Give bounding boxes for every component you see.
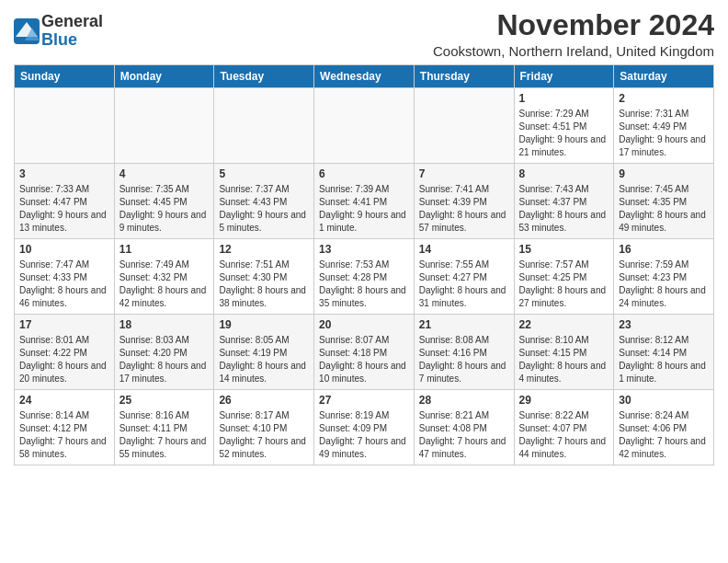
calendar-cell: 30Sunrise: 8:24 AM Sunset: 4:06 PM Dayli… (614, 390, 714, 465)
calendar-cell: 3Sunrise: 7:33 AM Sunset: 4:47 PM Daylig… (15, 164, 115, 239)
calendar-cell: 12Sunrise: 7:51 AM Sunset: 4:30 PM Dayli… (214, 239, 314, 315)
day-number: 11 (119, 243, 210, 256)
calendar-cell: 2Sunrise: 7:31 AM Sunset: 4:49 PM Daylig… (614, 88, 714, 164)
calendar-week-3: 17Sunrise: 8:01 AM Sunset: 4:22 PM Dayli… (15, 315, 714, 390)
day-number: 20 (319, 318, 409, 331)
day-number: 10 (19, 243, 109, 256)
day-info: Sunrise: 8:14 AM Sunset: 4:12 PM Dayligh… (19, 409, 109, 461)
day-number: 22 (519, 318, 609, 331)
day-info: Sunrise: 8:10 AM Sunset: 4:15 PM Dayligh… (519, 334, 609, 385)
day-info: Sunrise: 7:39 AM Sunset: 4:41 PM Dayligh… (319, 183, 409, 235)
calendar-cell: 15Sunrise: 7:57 AM Sunset: 4:25 PM Dayli… (514, 239, 614, 315)
day-info: Sunrise: 7:35 AM Sunset: 4:45 PM Dayligh… (119, 183, 210, 235)
day-number: 25 (119, 394, 210, 407)
day-info: Sunrise: 8:16 AM Sunset: 4:11 PM Dayligh… (119, 409, 210, 461)
day-info: Sunrise: 7:41 AM Sunset: 4:39 PM Dayligh… (419, 183, 509, 235)
day-number: 4 (119, 167, 210, 180)
calendar-week-1: 3Sunrise: 7:33 AM Sunset: 4:47 PM Daylig… (15, 164, 714, 239)
day-number: 29 (519, 394, 609, 407)
calendar-cell: 26Sunrise: 8:17 AM Sunset: 4:10 PM Dayli… (214, 390, 314, 465)
day-number: 9 (619, 167, 709, 180)
calendar-cell: 10Sunrise: 7:47 AM Sunset: 4:33 PM Dayli… (15, 239, 115, 315)
day-number: 15 (519, 243, 609, 256)
calendar-cell: 14Sunrise: 7:55 AM Sunset: 4:27 PM Dayli… (414, 239, 514, 315)
day-info: Sunrise: 7:43 AM Sunset: 4:37 PM Dayligh… (519, 183, 609, 235)
day-number: 5 (219, 167, 309, 180)
header-wednesday: Wednesday (314, 65, 415, 88)
day-number: 1 (519, 92, 609, 105)
day-number: 26 (219, 394, 309, 407)
day-number: 8 (519, 167, 609, 180)
day-number: 2 (619, 92, 709, 105)
day-number: 23 (619, 318, 709, 331)
day-number: 24 (19, 394, 109, 407)
calendar-cell: 6Sunrise: 7:39 AM Sunset: 4:41 PM Daylig… (314, 164, 415, 239)
day-info: Sunrise: 7:51 AM Sunset: 4:30 PM Dayligh… (219, 259, 309, 310)
calendar-cell (414, 88, 514, 164)
header-thursday: Thursday (414, 65, 514, 88)
day-number: 30 (619, 394, 709, 407)
day-number: 3 (19, 167, 109, 180)
day-number: 12 (219, 243, 309, 256)
day-info: Sunrise: 8:07 AM Sunset: 4:18 PM Dayligh… (319, 334, 409, 385)
header-row: Sunday Monday Tuesday Wednesday Thursday… (15, 65, 714, 88)
header-sunday: Sunday (15, 65, 115, 88)
calendar-cell: 29Sunrise: 8:22 AM Sunset: 4:07 PM Dayli… (514, 390, 614, 465)
calendar-cell: 18Sunrise: 8:03 AM Sunset: 4:20 PM Dayli… (114, 315, 214, 390)
calendar-cell: 21Sunrise: 8:08 AM Sunset: 4:16 PM Dayli… (414, 315, 514, 390)
day-info: Sunrise: 8:05 AM Sunset: 4:19 PM Dayligh… (219, 334, 309, 385)
day-info: Sunrise: 8:12 AM Sunset: 4:14 PM Dayligh… (619, 334, 709, 385)
day-number: 13 (319, 243, 409, 256)
day-number: 6 (319, 167, 409, 180)
day-info: Sunrise: 8:24 AM Sunset: 4:06 PM Dayligh… (619, 409, 709, 461)
calendar-week-2: 10Sunrise: 7:47 AM Sunset: 4:33 PM Dayli… (15, 239, 714, 315)
day-info: Sunrise: 8:01 AM Sunset: 4:22 PM Dayligh… (19, 334, 109, 385)
day-info: Sunrise: 8:17 AM Sunset: 4:10 PM Dayligh… (219, 409, 309, 461)
calendar-cell: 9Sunrise: 7:45 AM Sunset: 4:35 PM Daylig… (614, 164, 714, 239)
calendar-cell (15, 88, 115, 164)
day-info: Sunrise: 7:31 AM Sunset: 4:49 PM Dayligh… (619, 108, 709, 159)
logo-blue-text: Blue (41, 30, 77, 49)
calendar-cell (314, 88, 415, 164)
day-info: Sunrise: 7:37 AM Sunset: 4:43 PM Dayligh… (219, 183, 309, 235)
calendar-cell: 27Sunrise: 8:19 AM Sunset: 4:09 PM Dayli… (314, 390, 415, 465)
location-subtitle: Cookstown, Northern Ireland, United King… (433, 43, 714, 59)
day-number: 16 (619, 243, 709, 256)
day-info: Sunrise: 7:59 AM Sunset: 4:23 PM Dayligh… (619, 259, 709, 310)
calendar-body: 1Sunrise: 7:29 AM Sunset: 4:51 PM Daylig… (15, 88, 714, 465)
day-info: Sunrise: 7:55 AM Sunset: 4:27 PM Dayligh… (419, 259, 509, 310)
day-info: Sunrise: 7:29 AM Sunset: 4:51 PM Dayligh… (519, 108, 609, 159)
logo-general-text: General (41, 12, 103, 30)
day-number: 7 (419, 167, 509, 180)
header-friday: Friday (514, 65, 614, 88)
day-info: Sunrise: 8:19 AM Sunset: 4:09 PM Dayligh… (319, 409, 409, 461)
calendar-cell: 4Sunrise: 7:35 AM Sunset: 4:45 PM Daylig… (114, 164, 214, 239)
calendar-cell: 28Sunrise: 8:21 AM Sunset: 4:08 PM Dayli… (414, 390, 514, 465)
calendar-cell: 17Sunrise: 8:01 AM Sunset: 4:22 PM Dayli… (15, 315, 115, 390)
day-number: 18 (119, 318, 210, 331)
day-info: Sunrise: 7:53 AM Sunset: 4:28 PM Dayligh… (319, 259, 409, 310)
header-saturday: Saturday (614, 65, 714, 88)
day-number: 19 (219, 318, 309, 331)
day-number: 17 (19, 318, 109, 331)
calendar-cell: 8Sunrise: 7:43 AM Sunset: 4:37 PM Daylig… (514, 164, 614, 239)
header-tuesday: Tuesday (214, 65, 314, 88)
calendar-cell: 22Sunrise: 8:10 AM Sunset: 4:15 PM Dayli… (514, 315, 614, 390)
day-info: Sunrise: 7:57 AM Sunset: 4:25 PM Dayligh… (519, 259, 609, 310)
day-number: 21 (419, 318, 509, 331)
month-title: November 2024 (433, 9, 714, 41)
day-info: Sunrise: 7:47 AM Sunset: 4:33 PM Dayligh… (19, 259, 109, 310)
calendar-cell: 24Sunrise: 8:14 AM Sunset: 4:12 PM Dayli… (15, 390, 115, 465)
day-info: Sunrise: 8:21 AM Sunset: 4:08 PM Dayligh… (419, 409, 509, 461)
day-info: Sunrise: 7:49 AM Sunset: 4:32 PM Dayligh… (119, 259, 210, 310)
day-info: Sunrise: 8:03 AM Sunset: 4:20 PM Dayligh… (119, 334, 210, 385)
calendar-header: Sunday Monday Tuesday Wednesday Thursday… (15, 65, 714, 88)
calendar-cell: 7Sunrise: 7:41 AM Sunset: 4:39 PM Daylig… (414, 164, 514, 239)
calendar-cell: 11Sunrise: 7:49 AM Sunset: 4:32 PM Dayli… (114, 239, 214, 315)
day-info: Sunrise: 7:33 AM Sunset: 4:47 PM Dayligh… (19, 183, 109, 235)
day-info: Sunrise: 8:08 AM Sunset: 4:16 PM Dayligh… (419, 334, 509, 385)
calendar-cell (214, 88, 314, 164)
calendar-cell: 16Sunrise: 7:59 AM Sunset: 4:23 PM Dayli… (614, 239, 714, 315)
calendar-cell: 13Sunrise: 7:53 AM Sunset: 4:28 PM Dayli… (314, 239, 415, 315)
calendar-cell: 20Sunrise: 8:07 AM Sunset: 4:18 PM Dayli… (314, 315, 415, 390)
